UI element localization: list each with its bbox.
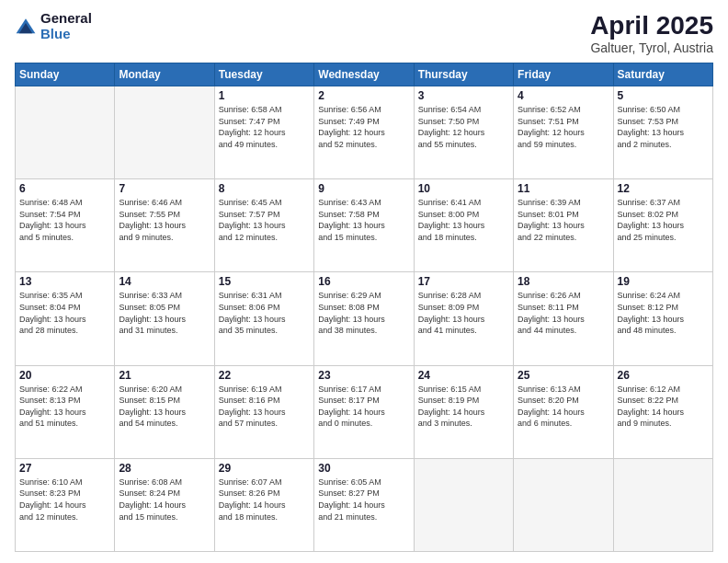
logo-text: General Blue: [40, 11, 92, 41]
day-info: Sunrise: 6:35 AM Sunset: 8:04 PM Dayligh…: [19, 290, 110, 336]
calendar-table: Sunday Monday Tuesday Wednesday Thursday…: [15, 63, 713, 552]
day-number: 5: [618, 89, 709, 102]
day-info: Sunrise: 6:10 AM Sunset: 8:23 PM Dayligh…: [19, 477, 110, 523]
calendar-cell: 17Sunrise: 6:28 AM Sunset: 8:09 PM Dayli…: [414, 272, 513, 365]
calendar-cell: 23Sunrise: 6:17 AM Sunset: 8:17 PM Dayli…: [314, 365, 414, 458]
day-info: Sunrise: 6:48 AM Sunset: 7:54 PM Dayligh…: [19, 197, 110, 243]
logo-blue-text: Blue: [40, 27, 92, 42]
day-number: 23: [318, 369, 409, 382]
calendar-cell: 5Sunrise: 6:50 AM Sunset: 7:53 PM Daylig…: [613, 86, 712, 179]
calendar-cell: 28Sunrise: 6:08 AM Sunset: 8:24 PM Dayli…: [115, 458, 214, 551]
calendar-cell: 14Sunrise: 6:33 AM Sunset: 8:05 PM Dayli…: [115, 272, 214, 365]
header-sunday: Sunday: [16, 63, 115, 86]
logo: General Blue: [15, 11, 92, 41]
day-number: 19: [618, 275, 709, 288]
calendar-cell: 13Sunrise: 6:35 AM Sunset: 8:04 PM Dayli…: [16, 272, 115, 365]
calendar-cell: [115, 86, 214, 179]
calendar-cell: 6Sunrise: 6:48 AM Sunset: 7:54 PM Daylig…: [16, 179, 115, 272]
day-info: Sunrise: 6:31 AM Sunset: 8:06 PM Dayligh…: [219, 290, 310, 336]
day-info: Sunrise: 6:24 AM Sunset: 8:12 PM Dayligh…: [618, 290, 709, 336]
calendar-cell: 26Sunrise: 6:12 AM Sunset: 8:22 PM Dayli…: [613, 365, 712, 458]
day-info: Sunrise: 6:12 AM Sunset: 8:22 PM Dayligh…: [618, 384, 709, 430]
day-info: Sunrise: 6:13 AM Sunset: 8:20 PM Dayligh…: [518, 384, 609, 430]
day-info: Sunrise: 6:41 AM Sunset: 8:00 PM Dayligh…: [418, 197, 509, 243]
calendar-week-row-5: 27Sunrise: 6:10 AM Sunset: 8:23 PM Dayli…: [16, 458, 713, 551]
day-info: Sunrise: 6:39 AM Sunset: 8:01 PM Dayligh…: [518, 197, 609, 243]
calendar-cell: 12Sunrise: 6:37 AM Sunset: 8:02 PM Dayli…: [613, 179, 712, 272]
day-info: Sunrise: 6:56 AM Sunset: 7:49 PM Dayligh…: [318, 104, 409, 150]
day-number: 3: [418, 89, 509, 102]
calendar-title: April 2025: [590, 11, 713, 40]
day-number: 28: [119, 462, 210, 475]
calendar-cell: 18Sunrise: 6:26 AM Sunset: 8:11 PM Dayli…: [514, 272, 613, 365]
day-info: Sunrise: 6:46 AM Sunset: 7:55 PM Dayligh…: [119, 197, 210, 243]
day-number: 17: [418, 275, 509, 288]
day-number: 20: [19, 369, 110, 382]
day-number: 9: [318, 182, 409, 195]
calendar-cell: 11Sunrise: 6:39 AM Sunset: 8:01 PM Dayli…: [514, 179, 613, 272]
day-number: 29: [219, 462, 310, 475]
calendar-cell: 25Sunrise: 6:13 AM Sunset: 8:20 PM Dayli…: [514, 365, 613, 458]
day-number: 11: [518, 182, 609, 195]
day-info: Sunrise: 6:52 AM Sunset: 7:51 PM Dayligh…: [518, 104, 609, 150]
day-number: 22: [219, 369, 310, 382]
day-info: Sunrise: 6:28 AM Sunset: 8:09 PM Dayligh…: [418, 290, 509, 336]
weekday-header-row: Sunday Monday Tuesday Wednesday Thursday…: [16, 63, 713, 86]
day-number: 16: [318, 275, 409, 288]
calendar-cell: 2Sunrise: 6:56 AM Sunset: 7:49 PM Daylig…: [314, 86, 414, 179]
day-number: 13: [19, 275, 110, 288]
calendar-cell: 27Sunrise: 6:10 AM Sunset: 8:23 PM Dayli…: [16, 458, 115, 551]
title-block: April 2025 Galtuer, Tyrol, Austria: [590, 11, 713, 55]
header-friday: Friday: [514, 63, 613, 86]
calendar-cell: [613, 458, 712, 551]
calendar-cell: 10Sunrise: 6:41 AM Sunset: 8:00 PM Dayli…: [414, 179, 513, 272]
calendar-cell: 20Sunrise: 6:22 AM Sunset: 8:13 PM Dayli…: [16, 365, 115, 458]
day-info: Sunrise: 6:45 AM Sunset: 7:57 PM Dayligh…: [219, 197, 310, 243]
day-number: 21: [119, 369, 210, 382]
page: General Blue April 2025 Galtuer, Tyrol, …: [0, 0, 728, 563]
day-info: Sunrise: 6:20 AM Sunset: 8:15 PM Dayligh…: [119, 384, 210, 430]
day-number: 25: [518, 369, 609, 382]
day-info: Sunrise: 6:54 AM Sunset: 7:50 PM Dayligh…: [418, 104, 509, 150]
calendar-cell: 1Sunrise: 6:58 AM Sunset: 7:47 PM Daylig…: [214, 86, 313, 179]
day-number: 30: [318, 462, 409, 475]
calendar-cell: [16, 86, 115, 179]
day-number: 4: [518, 89, 609, 102]
day-number: 2: [318, 89, 409, 102]
day-info: Sunrise: 6:58 AM Sunset: 7:47 PM Dayligh…: [219, 104, 310, 150]
day-number: 1: [219, 89, 310, 102]
calendar-cell: 16Sunrise: 6:29 AM Sunset: 8:08 PM Dayli…: [314, 272, 414, 365]
day-info: Sunrise: 6:22 AM Sunset: 8:13 PM Dayligh…: [19, 384, 110, 430]
day-number: 18: [518, 275, 609, 288]
day-number: 7: [119, 182, 210, 195]
calendar-cell: 15Sunrise: 6:31 AM Sunset: 8:06 PM Dayli…: [214, 272, 313, 365]
calendar-cell: 21Sunrise: 6:20 AM Sunset: 8:15 PM Dayli…: [115, 365, 214, 458]
calendar-cell: 22Sunrise: 6:19 AM Sunset: 8:16 PM Dayli…: [214, 365, 313, 458]
calendar-cell: 24Sunrise: 6:15 AM Sunset: 8:19 PM Dayli…: [414, 365, 513, 458]
calendar-cell: 29Sunrise: 6:07 AM Sunset: 8:26 PM Dayli…: [214, 458, 313, 551]
calendar-cell: [514, 458, 613, 551]
day-info: Sunrise: 6:37 AM Sunset: 8:02 PM Dayligh…: [618, 197, 709, 243]
calendar-week-row-3: 13Sunrise: 6:35 AM Sunset: 8:04 PM Dayli…: [16, 272, 713, 365]
day-info: Sunrise: 6:26 AM Sunset: 8:11 PM Dayligh…: [518, 290, 609, 336]
calendar-week-row-1: 1Sunrise: 6:58 AM Sunset: 7:47 PM Daylig…: [16, 86, 713, 179]
calendar-location: Galtuer, Tyrol, Austria: [590, 40, 713, 55]
day-info: Sunrise: 6:05 AM Sunset: 8:27 PM Dayligh…: [318, 477, 409, 523]
calendar-cell: 30Sunrise: 6:05 AM Sunset: 8:27 PM Dayli…: [314, 458, 414, 551]
logo-general-text: General: [40, 11, 92, 27]
day-number: 6: [19, 182, 110, 195]
day-info: Sunrise: 6:15 AM Sunset: 8:19 PM Dayligh…: [418, 384, 509, 430]
calendar-cell: 7Sunrise: 6:46 AM Sunset: 7:55 PM Daylig…: [115, 179, 214, 272]
calendar-cell: 8Sunrise: 6:45 AM Sunset: 7:57 PM Daylig…: [214, 179, 313, 272]
day-number: 26: [618, 369, 709, 382]
calendar-cell: 4Sunrise: 6:52 AM Sunset: 7:51 PM Daylig…: [514, 86, 613, 179]
day-info: Sunrise: 6:19 AM Sunset: 8:16 PM Dayligh…: [219, 384, 310, 430]
day-info: Sunrise: 6:07 AM Sunset: 8:26 PM Dayligh…: [219, 477, 310, 523]
day-info: Sunrise: 6:43 AM Sunset: 7:58 PM Dayligh…: [318, 197, 409, 243]
header-thursday: Thursday: [414, 63, 513, 86]
calendar-cell: 3Sunrise: 6:54 AM Sunset: 7:50 PM Daylig…: [414, 86, 513, 179]
header-saturday: Saturday: [613, 63, 712, 86]
calendar-cell: 19Sunrise: 6:24 AM Sunset: 8:12 PM Dayli…: [613, 272, 712, 365]
calendar-week-row-2: 6Sunrise: 6:48 AM Sunset: 7:54 PM Daylig…: [16, 179, 713, 272]
day-info: Sunrise: 6:08 AM Sunset: 8:24 PM Dayligh…: [119, 477, 210, 523]
